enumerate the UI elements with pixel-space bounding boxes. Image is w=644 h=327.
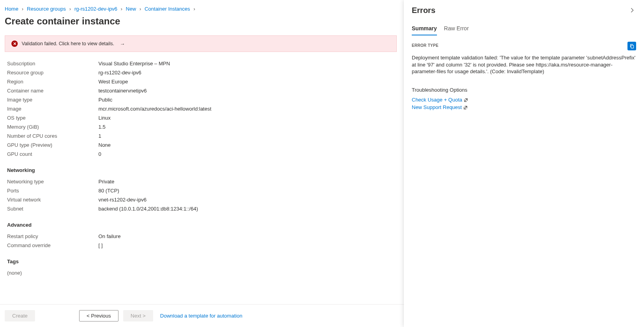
kv-label: Ports: [7, 188, 98, 194]
panel-tabs: Summary Raw Error: [404, 18, 644, 35]
kv-value: Linux: [98, 115, 111, 121]
kv-label: Memory (GiB): [7, 124, 98, 130]
create-button: Create: [5, 310, 35, 321]
section-heading-advanced: Advanced: [7, 222, 397, 228]
breadcrumb-sep: ›: [69, 6, 71, 12]
external-link-icon: [463, 105, 468, 109]
kv-row: OS typeLinux: [7, 115, 397, 121]
validation-failed-text: Validation failed. Click here to view de…: [22, 41, 114, 46]
kv-label: GPU type (Preview): [7, 142, 98, 148]
breadcrumb-container-instances[interactable]: Container Instances: [144, 6, 190, 12]
kv-row: Resource grouprg-rs1202-dev-ipv6: [7, 70, 397, 76]
download-template-link[interactable]: Download a template for automation: [160, 313, 242, 319]
kv-value: Private: [98, 179, 114, 185]
content-scroll[interactable]: ✕ Validation failed. Click here to view …: [0, 35, 404, 304]
breadcrumb-sep: ›: [22, 6, 23, 12]
kv-row: SubscriptionVisual Studio Enterprise – M…: [7, 61, 397, 67]
kv-label: Image: [7, 106, 98, 112]
tab-raw-error[interactable]: Raw Error: [444, 25, 469, 35]
link-label: Check Usage + Quota: [412, 97, 462, 103]
kv-value: 1.5: [98, 124, 105, 130]
kv-value: Public: [98, 97, 112, 103]
next-button: Next >: [123, 310, 153, 321]
kv-value: backend (10.0.1.0/24,2001:db8:1234:1::/6…: [98, 206, 198, 212]
close-icon[interactable]: [627, 6, 637, 15]
error-type-row: ERROR TYPE: [412, 42, 636, 50]
arrow-right-icon: →: [120, 41, 125, 47]
kv-label: Restart policy: [7, 233, 98, 239]
error-message: Deployment template validation failed: '…: [412, 54, 636, 75]
errors-panel: Errors Summary Raw Error ERROR TYPE Depl…: [404, 0, 644, 327]
kv-row: Subnetbackend (10.0.1.0/24,2001:db8:1234…: [7, 206, 397, 212]
kv-label: Networking type: [7, 179, 98, 185]
kv-label: Region: [7, 79, 98, 85]
kv-row: GPU type (Preview)None: [7, 142, 397, 148]
troubleshooting-heading: Troubleshooting Options: [412, 87, 636, 93]
validation-failed-banner[interactable]: ✕ Validation failed. Click here to view …: [5, 35, 397, 52]
breadcrumb-sep: ›: [121, 6, 122, 12]
kv-row: Memory (GiB)1.5: [7, 124, 397, 130]
page-title: Create container instance: [0, 13, 404, 35]
error-type-label: ERROR TYPE: [412, 43, 439, 48]
breadcrumb-home[interactable]: Home: [5, 6, 19, 12]
kv-label: Resource group: [7, 70, 98, 76]
kv-row: Restart policyOn failure: [7, 233, 397, 239]
kv-row: Container nametestcontainervnetipv6: [7, 88, 397, 94]
kv-row: Image typePublic: [7, 97, 397, 103]
breadcrumb-sep: ›: [193, 6, 195, 12]
kv-row: Networking typePrivate: [7, 179, 397, 185]
previous-button[interactable]: < Previous: [79, 310, 118, 321]
tab-summary[interactable]: Summary: [412, 25, 437, 35]
kv-value: [ ]: [98, 242, 103, 248]
kv-label: Command override: [7, 242, 98, 248]
kv-label: Container name: [7, 88, 98, 94]
tags-none: (none): [7, 270, 397, 276]
svg-rect-0: [631, 45, 634, 48]
kv-value: On failure: [98, 233, 120, 239]
breadcrumb: Home › Resource groups › rg-rs1202-dev-i…: [0, 0, 404, 13]
error-icon: ✕: [11, 41, 18, 47]
kv-label: Number of CPU cores: [7, 133, 98, 139]
new-support-request-link[interactable]: New Support Request: [412, 104, 468, 110]
kv-value: 0: [98, 151, 101, 157]
panel-body: ERROR TYPE Deployment template validatio…: [404, 35, 644, 118]
section-heading-networking: Networking: [7, 167, 397, 173]
kv-value: None: [98, 142, 111, 148]
link-label: New Support Request: [412, 104, 462, 110]
kv-row: GPU count0: [7, 151, 397, 157]
kv-row: Imagemcr.microsoft.com/azuredocs/aci-hel…: [7, 106, 397, 112]
breadcrumb-resource-groups[interactable]: Resource groups: [27, 6, 66, 12]
check-usage-quota-link[interactable]: Check Usage + Quota: [412, 97, 468, 103]
kv-row: Number of CPU cores1: [7, 133, 397, 139]
section-heading-tags: Tags: [7, 259, 397, 264]
kv-label: Image type: [7, 97, 98, 103]
wizard-footer: Create < Previous Next > Download a temp…: [0, 304, 404, 327]
kv-row: RegionWest Europe: [7, 79, 397, 85]
kv-value: testcontainervnetipv6: [98, 88, 147, 94]
breadcrumb-rg[interactable]: rg-rs1202-dev-ipv6: [74, 6, 117, 12]
kv-value: 80 (TCP): [98, 188, 119, 194]
kv-value: West Europe: [98, 79, 128, 85]
breadcrumb-new[interactable]: New: [126, 6, 136, 12]
kv-value: Visual Studio Enterprise – MPN: [98, 61, 170, 67]
panel-header: Errors: [404, 0, 644, 18]
kv-label: Subnet: [7, 206, 98, 212]
kv-label: GPU count: [7, 151, 98, 157]
kv-value: 1: [98, 133, 101, 139]
main-content: Home › Resource groups › rg-rs1202-dev-i…: [0, 0, 404, 327]
summary-section-tags: Tags (none): [7, 259, 397, 276]
panel-title: Errors: [412, 6, 435, 15]
breadcrumb-sep: ›: [139, 6, 141, 12]
kv-row: Virtual networkvnet-rs1202-dev-ipv6: [7, 197, 397, 203]
external-link-icon: [464, 98, 468, 102]
kv-label: Virtual network: [7, 197, 98, 203]
copy-icon[interactable]: [627, 42, 636, 50]
summary-section-basics: SubscriptionVisual Studio Enterprise – M…: [7, 61, 397, 157]
kv-value: rg-rs1202-dev-ipv6: [98, 70, 141, 76]
kv-label: OS type: [7, 115, 98, 121]
summary-section-networking: Networking Networking typePrivate Ports8…: [7, 167, 397, 212]
summary-section-advanced: Advanced Restart policyOn failure Comman…: [7, 222, 397, 248]
kv-value: mcr.microsoft.com/azuredocs/aci-hellowor…: [98, 106, 211, 112]
kv-row: Ports80 (TCP): [7, 188, 397, 194]
kv-label: Subscription: [7, 61, 98, 67]
